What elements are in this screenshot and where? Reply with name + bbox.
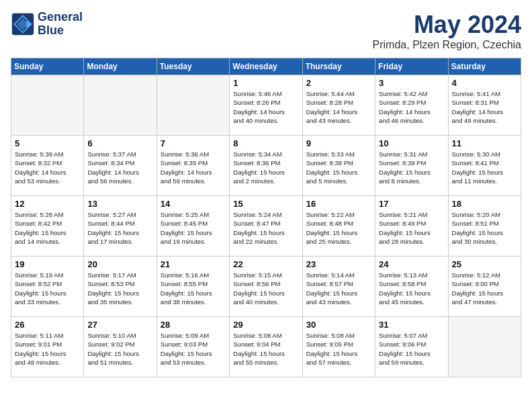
day-number: 14 [161,199,226,209]
weekday-header-row: SundayMondayTuesdayWednesdayThursdayFrid… [11,58,521,75]
day-number: 13 [87,199,152,209]
day-number: 23 [306,259,371,269]
day-number: 26 [15,320,80,330]
weekday-header-monday: Monday [84,58,157,75]
cell-info: Sunrise: 5:12 AM Sunset: 9:00 PM Dayligh… [452,271,517,306]
logo-text: General Blue [38,11,83,38]
day-number: 19 [15,259,80,269]
calendar-cell [11,75,84,136]
calendar-week-5: 26Sunrise: 5:11 AM Sunset: 9:01 PM Dayli… [11,317,521,377]
cell-info: Sunrise: 5:46 AM Sunset: 8:26 PM Dayligh… [233,89,298,125]
calendar-week-1: 1Sunrise: 5:46 AM Sunset: 8:26 PM Daylig… [11,75,521,136]
calendar-cell: 9Sunrise: 5:33 AM Sunset: 8:38 PM Daylig… [302,136,375,196]
day-number: 28 [161,320,226,330]
calendar-cell: 19Sunrise: 5:19 AM Sunset: 8:52 PM Dayli… [11,257,84,317]
calendar-cell: 10Sunrise: 5:31 AM Sunset: 8:39 PM Dayli… [375,136,448,196]
calendar-cell: 21Sunrise: 5:16 AM Sunset: 8:55 PM Dayli… [157,257,229,317]
calendar-cell: 30Sunrise: 5:08 AM Sunset: 9:05 PM Dayli… [302,317,375,377]
cell-info: Sunrise: 5:37 AM Sunset: 8:34 PM Dayligh… [87,150,152,185]
cell-info: Sunrise: 5:08 AM Sunset: 9:04 PM Dayligh… [233,331,298,367]
calendar-cell: 20Sunrise: 5:17 AM Sunset: 8:53 PM Dayli… [84,257,157,317]
page-header: General Blue May 2024 Primda, Plzen Regi… [11,11,521,51]
cell-info: Sunrise: 5:20 AM Sunset: 8:51 PM Dayligh… [452,210,517,246]
cell-info: Sunrise: 5:10 AM Sunset: 9:02 PM Dayligh… [87,331,152,367]
day-number: 2 [306,78,371,88]
calendar-cell: 4Sunrise: 5:41 AM Sunset: 8:31 PM Daylig… [448,75,521,136]
calendar-cell: 11Sunrise: 5:30 AM Sunset: 8:41 PM Dayli… [448,136,521,196]
calendar-cell: 24Sunrise: 5:13 AM Sunset: 8:58 PM Dayli… [375,257,448,317]
calendar-cell: 26Sunrise: 5:11 AM Sunset: 9:01 PM Dayli… [11,317,84,377]
calendar-cell: 3Sunrise: 5:42 AM Sunset: 8:29 PM Daylig… [375,75,448,136]
calendar-cell: 18Sunrise: 5:20 AM Sunset: 8:51 PM Dayli… [448,196,521,257]
calendar-cell: 5Sunrise: 5:39 AM Sunset: 8:32 PM Daylig… [11,136,84,196]
calendar-cell: 31Sunrise: 5:07 AM Sunset: 9:06 PM Dayli… [375,317,448,377]
day-number: 31 [379,320,444,330]
title-block: May 2024 Primda, Plzen Region, Czechia [373,11,521,51]
day-number: 20 [87,259,152,269]
cell-info: Sunrise: 5:11 AM Sunset: 9:01 PM Dayligh… [15,331,80,367]
calendar-cell: 22Sunrise: 5:15 AM Sunset: 8:56 PM Dayli… [230,257,302,317]
cell-info: Sunrise: 5:33 AM Sunset: 8:38 PM Dayligh… [306,150,371,185]
calendar-week-3: 12Sunrise: 5:28 AM Sunset: 8:42 PM Dayli… [11,196,521,257]
cell-info: Sunrise: 5:41 AM Sunset: 8:31 PM Dayligh… [452,89,517,125]
cell-info: Sunrise: 5:24 AM Sunset: 8:47 PM Dayligh… [233,210,298,246]
cell-info: Sunrise: 5:17 AM Sunset: 8:53 PM Dayligh… [87,271,152,306]
cell-info: Sunrise: 5:44 AM Sunset: 8:28 PM Dayligh… [306,89,371,125]
day-number: 4 [452,78,517,88]
calendar-cell: 12Sunrise: 5:28 AM Sunset: 8:42 PM Dayli… [11,196,84,257]
calendar-week-4: 19Sunrise: 5:19 AM Sunset: 8:52 PM Dayli… [11,257,521,317]
day-number: 3 [379,78,444,88]
day-number: 15 [233,199,298,209]
day-number: 27 [87,320,152,330]
calendar-table: SundayMondayTuesdayWednesdayThursdayFrid… [11,58,521,377]
weekday-header-sunday: Sunday [11,58,84,75]
cell-info: Sunrise: 5:36 AM Sunset: 8:35 PM Dayligh… [161,150,226,185]
calendar-cell: 14Sunrise: 5:25 AM Sunset: 8:45 PM Dayli… [157,196,229,257]
day-number: 21 [161,259,226,269]
cell-info: Sunrise: 5:22 AM Sunset: 8:48 PM Dayligh… [306,210,371,246]
day-number: 25 [452,259,517,269]
weekday-header-wednesday: Wednesday [230,58,302,75]
cell-info: Sunrise: 5:31 AM Sunset: 8:39 PM Dayligh… [379,150,444,185]
day-number: 1 [233,78,298,88]
calendar-cell [84,75,157,136]
calendar-cell [448,317,521,377]
cell-info: Sunrise: 5:14 AM Sunset: 8:57 PM Dayligh… [306,271,371,306]
day-number: 30 [306,320,371,330]
cell-info: Sunrise: 5:27 AM Sunset: 8:44 PM Dayligh… [87,210,152,246]
day-number: 29 [233,320,298,330]
cell-info: Sunrise: 5:42 AM Sunset: 8:29 PM Dayligh… [379,89,444,125]
day-number: 6 [87,138,152,148]
calendar-cell: 17Sunrise: 5:21 AM Sunset: 8:49 PM Dayli… [375,196,448,257]
day-number: 22 [233,259,298,269]
day-number: 5 [15,138,80,148]
calendar-cell: 25Sunrise: 5:12 AM Sunset: 9:00 PM Dayli… [448,257,521,317]
weekday-header-friday: Friday [375,58,448,75]
day-number: 17 [379,199,444,209]
cell-info: Sunrise: 5:21 AM Sunset: 8:49 PM Dayligh… [379,210,444,246]
cell-info: Sunrise: 5:19 AM Sunset: 8:52 PM Dayligh… [15,271,80,306]
calendar-cell: 6Sunrise: 5:37 AM Sunset: 8:34 PM Daylig… [84,136,157,196]
logo: General Blue [11,11,83,38]
cell-info: Sunrise: 5:34 AM Sunset: 8:36 PM Dayligh… [233,150,298,185]
calendar-cell: 2Sunrise: 5:44 AM Sunset: 8:28 PM Daylig… [302,75,375,136]
day-number: 11 [452,138,517,148]
calendar-cell: 28Sunrise: 5:09 AM Sunset: 9:03 PM Dayli… [157,317,229,377]
day-number: 10 [379,138,444,148]
calendar-cell [157,75,229,136]
calendar-cell: 7Sunrise: 5:36 AM Sunset: 8:35 PM Daylig… [157,136,229,196]
calendar-cell: 15Sunrise: 5:24 AM Sunset: 8:47 PM Dayli… [230,196,302,257]
calendar-cell: 23Sunrise: 5:14 AM Sunset: 8:57 PM Dayli… [302,257,375,317]
day-number: 24 [379,259,444,269]
day-number: 16 [306,199,371,209]
location: Primda, Plzen Region, Czechia [373,39,521,51]
cell-info: Sunrise: 5:13 AM Sunset: 8:58 PM Dayligh… [379,271,444,306]
day-number: 8 [233,138,298,148]
cell-info: Sunrise: 5:28 AM Sunset: 8:42 PM Dayligh… [15,210,80,246]
calendar-cell: 29Sunrise: 5:08 AM Sunset: 9:04 PM Dayli… [230,317,302,377]
calendar-cell: 16Sunrise: 5:22 AM Sunset: 8:48 PM Dayli… [302,196,375,257]
cell-info: Sunrise: 5:07 AM Sunset: 9:06 PM Dayligh… [379,331,444,367]
cell-info: Sunrise: 5:30 AM Sunset: 8:41 PM Dayligh… [452,150,517,185]
calendar-week-2: 5Sunrise: 5:39 AM Sunset: 8:32 PM Daylig… [11,136,521,196]
cell-info: Sunrise: 5:16 AM Sunset: 8:55 PM Dayligh… [161,271,226,306]
